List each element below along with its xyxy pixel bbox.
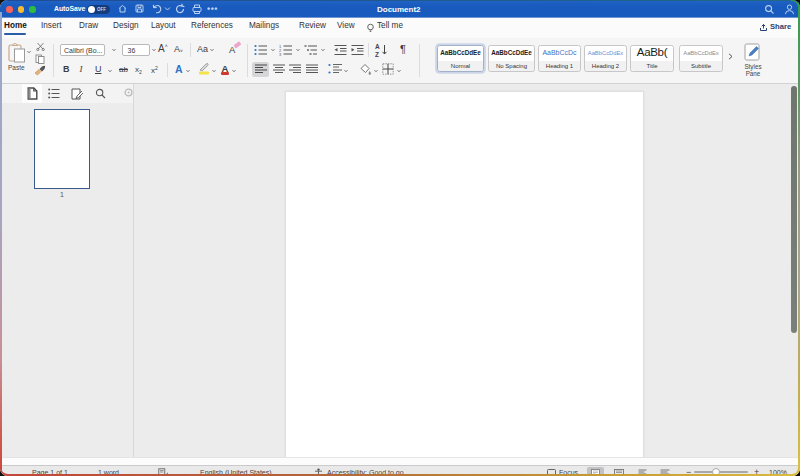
svg-text:3: 3	[279, 52, 282, 57]
svg-text:A: A	[375, 43, 380, 50]
svg-text:Z: Z	[375, 51, 379, 58]
